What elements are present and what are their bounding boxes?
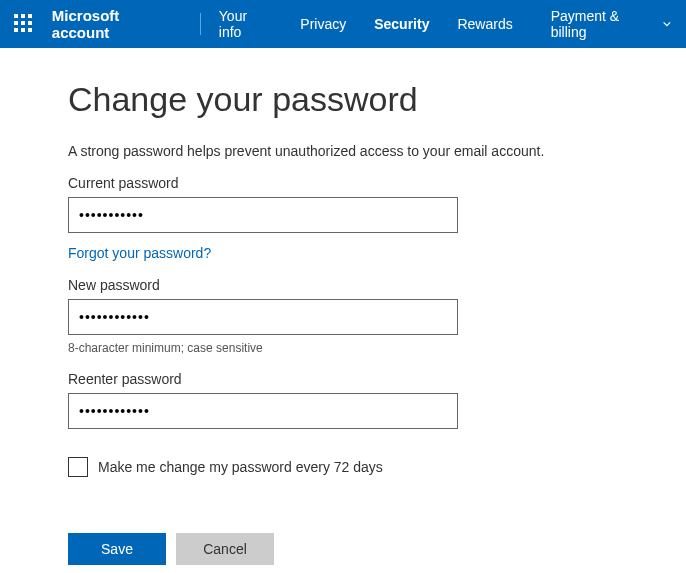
new-password-label: New password [68, 277, 600, 293]
nav-privacy[interactable]: Privacy [300, 16, 346, 32]
nav-payment-billing[interactable]: Payment & billing [551, 8, 672, 40]
button-row: Save Cancel [68, 533, 600, 565]
password-hint: 8-character minimum; case sensitive [68, 341, 600, 355]
top-nav: Your info Privacy Security Rewards Payme… [219, 8, 672, 40]
page-subtitle: A strong password helps prevent unauthor… [68, 143, 600, 159]
nav-security[interactable]: Security [374, 16, 429, 32]
nav-your-info[interactable]: Your info [219, 8, 272, 40]
save-button[interactable]: Save [68, 533, 166, 565]
reenter-password-label: Reenter password [68, 371, 600, 387]
main-content: Change your password A strong password h… [0, 48, 600, 565]
new-password-input[interactable] [68, 299, 458, 335]
forgot-password-link[interactable]: Forgot your password? [68, 245, 211, 261]
separator [200, 13, 201, 35]
current-password-input[interactable] [68, 197, 458, 233]
chevron-down-icon [662, 19, 672, 29]
reenter-password-input[interactable] [68, 393, 458, 429]
change-every-72-days-row: Make me change my password every 72 days [68, 457, 600, 477]
cancel-button[interactable]: Cancel [176, 533, 274, 565]
nav-rewards[interactable]: Rewards [457, 16, 512, 32]
page-title: Change your password [68, 80, 600, 119]
current-password-group: Current password [68, 175, 600, 233]
app-launcher-icon[interactable] [14, 14, 34, 34]
nav-payment-label: Payment & billing [551, 8, 657, 40]
new-password-group: New password [68, 277, 600, 335]
top-header: Microsoft account Your info Privacy Secu… [0, 0, 686, 48]
reenter-password-group: Reenter password [68, 371, 600, 429]
change-every-72-days-label: Make me change my password every 72 days [98, 459, 383, 475]
change-every-72-days-checkbox[interactable] [68, 457, 88, 477]
current-password-label: Current password [68, 175, 600, 191]
brand-title[interactable]: Microsoft account [52, 7, 180, 41]
